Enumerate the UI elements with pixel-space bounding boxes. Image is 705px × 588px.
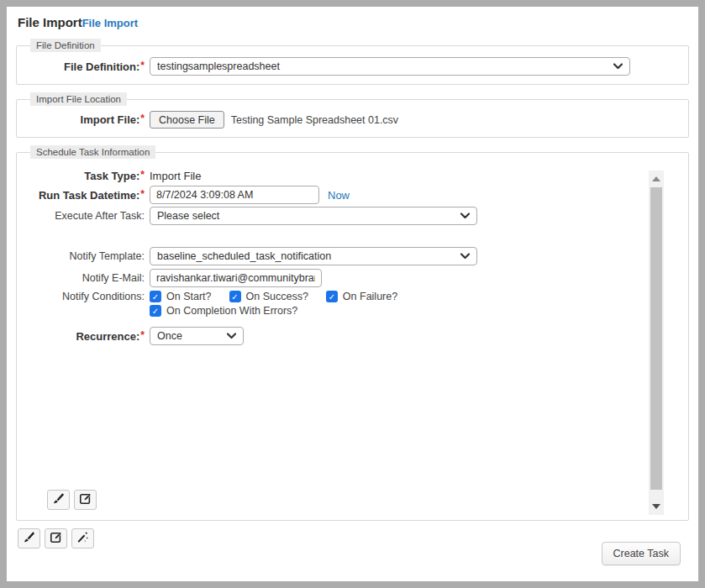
triangle-up-icon [652,176,660,181]
execute-after-label: Execute After Task: [25,210,150,222]
file-definition-section: File Definition File Definition:* testin… [16,39,689,85]
recurrence-selected-value: Once [157,330,182,342]
task-type-label: Task Type:* [25,170,150,182]
chevron-down-icon [613,63,623,71]
file-definition-select[interactable]: testingsamplespreadsheet [150,57,630,76]
recurrence-select[interactable]: Once [150,327,244,345]
notify-template-row: Notify Template: baseline_scheduled_task… [25,247,680,265]
execute-after-selected-value: Please select [157,210,219,222]
brush-icon [23,531,35,547]
required-asterisk: * [140,188,145,200]
notify-conditions-row: Notify Conditions: ✓ On Start? ✓ On Succ… [25,291,680,302]
magic-wand-button[interactable] [71,528,94,549]
recurrence-label: Recurrence:* [25,330,150,343]
brush-button[interactable] [18,528,40,549]
checkbox-label: On Failure? [343,291,397,302]
recurrence-row: Recurrence:* Once [25,327,680,345]
execute-after-row: Execute After Task: Please select [25,207,680,225]
chevron-down-icon [460,253,471,260]
checkbox-on-success[interactable]: ✓ On Success? [229,291,308,302]
import-file-location-legend: Import File Location [30,92,127,106]
run-datetime-label: Run Task Datetime:* [25,189,150,202]
file-definition-label: File Definition:* [25,60,150,73]
checked-checkbox-icon[interactable]: ✓ [229,291,241,302]
required-asterisk: * [140,60,145,71]
checkbox-label: On Start? [166,291,212,302]
scrollbar[interactable] [649,171,664,515]
chevron-down-icon [226,333,237,340]
file-definition-legend: File Definition [30,39,101,52]
page-frame: File ImportFile Import File Definition F… [0,0,705,588]
execute-after-select[interactable]: Please select [150,207,477,225]
brush-icon [52,492,65,508]
notify-conditions-label: Notify Conditions: [25,291,150,302]
checked-checkbox-icon[interactable]: ✓ [150,291,161,302]
checked-checkbox-icon[interactable]: ✓ [150,305,161,317]
notify-template-selected-value: baseline_scheduled_task_notification [157,250,331,262]
required-asterisk: * [140,329,145,341]
page-toolbar [18,528,691,549]
file-definition-selected-value: testingsamplespreadsheet [157,60,280,72]
chevron-down-icon [460,213,471,220]
scroll-down-button[interactable] [649,498,664,515]
schedule-toolbar [47,490,680,510]
scroll-up-button[interactable] [649,171,664,187]
scrollbar-thumb[interactable] [650,187,662,490]
run-datetime-row: Run Task Datetime:* Now [25,186,680,204]
task-type-row: Task Type:* Import File [25,170,680,182]
page-title-link[interactable]: File Import [82,17,138,29]
schedule-task-section: Schedule Task Information Task Type:* Im… [16,145,689,521]
selected-filename: Testing Sample Spreadsheet 01.csv [231,114,398,126]
triangle-down-icon [652,504,660,509]
checked-checkbox-icon[interactable]: ✓ [326,291,338,302]
brush-button[interactable] [47,490,70,510]
edit-button[interactable] [74,490,97,510]
checkbox-label: On Success? [246,291,308,302]
magic-wand-icon [76,531,89,547]
now-link[interactable]: Now [328,189,350,202]
import-file-location-section: Import File Location Import File:* Choos… [16,92,689,138]
schedule-task-legend: Schedule Task Information [30,145,155,159]
notify-email-label: Notify E-Mail: [25,272,150,284]
notify-conditions-row-2: ✓ On Completion With Errors? [25,305,680,317]
run-datetime-input[interactable] [150,186,319,204]
import-file-label: Import File:* [25,113,150,126]
page-header: File ImportFile Import [18,15,691,30]
notify-email-input[interactable] [150,269,322,287]
notify-template-select[interactable]: baseline_scheduled_task_notification [150,247,477,265]
edit-note-icon [79,492,92,508]
checkbox-on-failure[interactable]: ✓ On Failure? [326,291,397,302]
required-asterisk: * [140,113,145,124]
task-type-value: Import File [150,170,201,182]
checkbox-on-completion-with-errors[interactable]: ✓ On Completion With Errors? [150,305,297,317]
checkbox-on-start[interactable]: ✓ On Start? [150,291,212,302]
checkbox-label: On Completion With Errors? [166,305,297,317]
notify-email-row: Notify E-Mail: [25,269,680,287]
edit-button[interactable] [45,528,67,549]
notify-template-label: Notify Template: [25,250,150,262]
required-asterisk: * [140,169,145,181]
edit-note-icon [50,531,62,547]
page-title: File Import [18,15,82,29]
choose-file-button[interactable]: Choose File [150,111,224,129]
create-task-button[interactable]: Create Task [602,542,681,565]
